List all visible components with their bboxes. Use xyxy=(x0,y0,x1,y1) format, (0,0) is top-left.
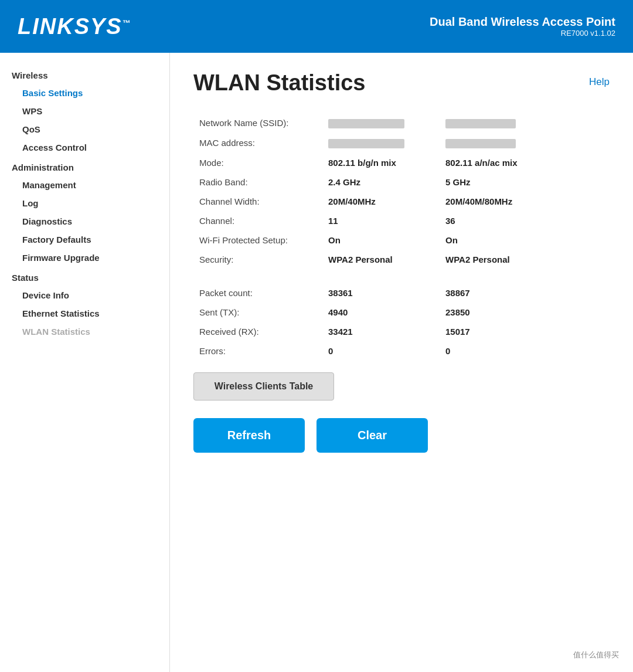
label-mac: MAC address: xyxy=(193,133,322,153)
blurred-mac-1 xyxy=(328,139,404,148)
value-channel-2: 36 xyxy=(440,211,610,230)
label-mode: Mode: xyxy=(193,153,322,172)
sidebar-section-wireless: Wireless xyxy=(0,65,169,84)
value-wps-1: On xyxy=(322,230,440,250)
value-security-1: WPA2 Personal xyxy=(322,250,440,269)
info-table: Network Name (SSID): MAC address: Mode: … xyxy=(193,113,610,361)
table-row: Network Name (SSID): xyxy=(193,113,610,133)
sidebar-item-log[interactable]: Log xyxy=(0,194,169,212)
label-ssid: Network Name (SSID): xyxy=(193,113,322,133)
table-row: Channel: 11 36 xyxy=(193,211,610,230)
value-errors-1: 0 xyxy=(322,341,440,361)
label-security: Security: xyxy=(193,250,322,269)
table-row: Wi-Fi Protected Setup: On On xyxy=(193,230,610,250)
clear-button[interactable]: Clear xyxy=(316,418,428,453)
logo: LINKSYS™ xyxy=(18,14,132,39)
blurred-ssid-1 xyxy=(328,119,404,128)
value-channelwidth-1: 20M/40MHz xyxy=(322,192,440,211)
help-link[interactable]: Help xyxy=(589,76,610,88)
value-mac-2 xyxy=(440,133,610,153)
label-sent-tx: Sent (TX): xyxy=(193,303,322,322)
table-row: Channel Width: 20M/40MHz 20M/40M/80MHz xyxy=(193,192,610,211)
value-channelwidth-2: 20M/40M/80MHz xyxy=(440,192,610,211)
sidebar-item-access-control[interactable]: Access Control xyxy=(0,138,169,157)
sidebar-section-administration: Administration xyxy=(0,157,169,176)
sidebar-item-device-info[interactable]: Device Info xyxy=(0,286,169,304)
table-row: Mode: 802.11 b/g/n mix 802.11 a/n/ac mix xyxy=(193,153,610,172)
table-row: Security: WPA2 Personal WPA2 Personal xyxy=(193,250,610,269)
sidebar-item-factory-defaults[interactable]: Factory Defaults xyxy=(0,230,169,249)
page-title: WLAN Statistics xyxy=(193,70,365,96)
wireless-clients-table-button[interactable]: Wireless Clients Table xyxy=(193,372,334,401)
header-subtitle: RE7000 v1.1.02 xyxy=(430,29,615,38)
sidebar-item-wlan-statistics: WLAN Statistics xyxy=(0,323,169,341)
label-received-rx: Received (RX): xyxy=(193,322,322,341)
page-header: WLAN Statistics Help xyxy=(193,70,610,96)
label-channelwidth: Channel Width: xyxy=(193,192,322,211)
table-row: Received (RX): 33421 15017 xyxy=(193,322,610,341)
sidebar-item-diagnostics[interactable]: Diagnostics xyxy=(0,212,169,230)
value-errors-2: 0 xyxy=(440,341,610,361)
sidebar-item-firmware-upgrade[interactable]: Firmware Upgrade xyxy=(0,249,169,267)
sidebar-item-ethernet-statistics[interactable]: Ethernet Statistics xyxy=(0,304,169,323)
sidebar-item-management[interactable]: Management xyxy=(0,176,169,194)
sidebar: Wireless Basic Settings WPS QoS Access C… xyxy=(0,53,170,672)
value-sent-tx-2: 23850 xyxy=(440,303,610,322)
value-ssid-1 xyxy=(322,113,440,133)
value-sent-tx-1: 4940 xyxy=(322,303,440,322)
sidebar-item-wps[interactable]: WPS xyxy=(0,102,169,120)
sidebar-section-status: Status xyxy=(0,267,169,286)
sidebar-item-basic-settings[interactable]: Basic Settings xyxy=(0,84,169,102)
label-wps: Wi-Fi Protected Setup: xyxy=(193,230,322,250)
value-radioband-1: 2.4 GHz xyxy=(322,172,440,192)
value-radioband-2: 5 GHz xyxy=(440,172,610,192)
table-row: Sent (TX): 4940 23850 xyxy=(193,303,610,322)
value-mode-2: 802.11 a/n/ac mix xyxy=(440,153,610,172)
value-received-rx-2: 15017 xyxy=(440,322,610,341)
value-ssid-2 xyxy=(440,113,610,133)
header-right: Dual Band Wireless Access Point RE7000 v… xyxy=(430,15,615,38)
main-content: WLAN Statistics Help Network Name (SSID)… xyxy=(170,53,633,672)
sidebar-item-qos[interactable]: QoS xyxy=(0,120,169,138)
blurred-ssid-2 xyxy=(445,119,516,128)
layout: Wireless Basic Settings WPS QoS Access C… xyxy=(0,53,633,672)
value-mac-1 xyxy=(322,133,440,153)
header: LINKSYS™ Dual Band Wireless Access Point… xyxy=(0,0,633,53)
value-wps-2: On xyxy=(440,230,610,250)
table-row: MAC address: xyxy=(193,133,610,153)
clients-btn-wrap: Wireless Clients Table xyxy=(193,372,610,401)
header-title: Dual Band Wireless Access Point xyxy=(430,15,615,29)
label-channel: Channel: xyxy=(193,211,322,230)
label-errors: Errors: xyxy=(193,341,322,361)
blurred-mac-2 xyxy=(445,139,516,148)
value-packet-count-2: 38867 xyxy=(440,283,610,303)
action-buttons: Refresh Clear xyxy=(193,418,610,453)
divider-row xyxy=(193,269,610,283)
watermark: 值什么值得买 xyxy=(570,649,622,661)
table-row: Radio Band: 2.4 GHz 5 GHz xyxy=(193,172,610,192)
value-security-2: WPA2 Personal xyxy=(440,250,610,269)
table-row: Errors: 0 0 xyxy=(193,341,610,361)
value-received-rx-1: 33421 xyxy=(322,322,440,341)
value-packet-count-1: 38361 xyxy=(322,283,440,303)
table-row: Packet count: 38361 38867 xyxy=(193,283,610,303)
value-channel-1: 11 xyxy=(322,211,440,230)
value-mode-1: 802.11 b/g/n mix xyxy=(322,153,440,172)
refresh-button[interactable]: Refresh xyxy=(193,418,305,453)
label-radioband: Radio Band: xyxy=(193,172,322,192)
label-packet-count: Packet count: xyxy=(193,283,322,303)
